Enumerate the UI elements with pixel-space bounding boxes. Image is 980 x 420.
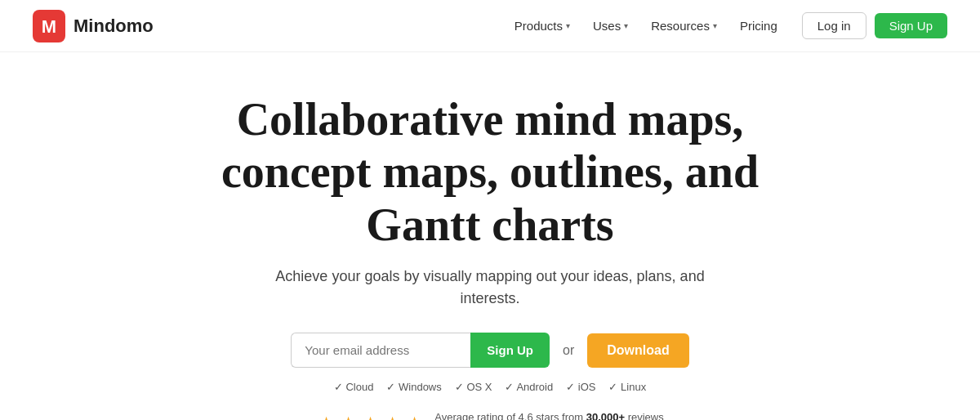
nav-item-pricing[interactable]: Pricing xyxy=(732,14,786,38)
logo-text: Mindomo xyxy=(74,16,154,37)
star-rating: ★ ★ ★ ★ ★ xyxy=(316,412,425,420)
nav-pricing-label: Pricing xyxy=(740,19,777,33)
platform-linux: Linux xyxy=(608,381,646,393)
download-button[interactable]: Download xyxy=(587,333,688,368)
email-input[interactable] xyxy=(291,333,470,368)
reviews-count: 30,000+ xyxy=(586,411,625,420)
hero-subtitle: Achieve your goals by visually mapping o… xyxy=(245,266,735,310)
platform-tags: Cloud Windows OS X Android iOS Linux xyxy=(334,381,646,393)
platform-cloud: Cloud xyxy=(334,381,374,393)
logo-icon: M xyxy=(33,10,65,42)
star-1: ★ xyxy=(316,412,336,420)
star-4: ★ xyxy=(382,412,403,420)
hero-title: Collaborative mind maps, concept maps, o… xyxy=(163,93,817,251)
nav-actions: Log in Sign Up xyxy=(802,12,947,39)
navbar: M Mindomo Products ▾ Uses ▾ Resources ▾ … xyxy=(0,0,980,52)
reviews-row: ★ ★ ★ ★ ★ Average rating of 4.6 stars fr… xyxy=(316,409,664,420)
nav-products-label: Products xyxy=(514,19,563,33)
nav-links: Products ▾ Uses ▾ Resources ▾ Pricing xyxy=(506,14,786,38)
nav-resources-label: Resources xyxy=(651,19,710,33)
signup-nav-button[interactable]: Sign Up xyxy=(875,13,947,38)
hero-section: Collaborative mind maps, concept maps, o… xyxy=(0,52,980,420)
chevron-down-icon: ▾ xyxy=(624,21,628,30)
or-separator: or xyxy=(563,343,574,358)
login-button[interactable]: Log in xyxy=(802,12,866,39)
nav-uses-label: Uses xyxy=(593,19,621,33)
nav-item-products[interactable]: Products ▾ xyxy=(506,14,578,38)
star-5: ★ xyxy=(404,412,425,420)
signup-cta-button[interactable]: Sign Up xyxy=(470,333,550,368)
reviews-text: Average rating of 4.6 stars from 30,000+… xyxy=(434,409,664,420)
star-2: ★ xyxy=(338,412,359,420)
platform-ios: iOS xyxy=(566,381,595,393)
platform-osx: OS X xyxy=(455,381,492,393)
platform-windows: Windows xyxy=(386,381,441,393)
svg-text:M: M xyxy=(42,16,56,36)
platform-android: Android xyxy=(505,381,553,393)
logo-link[interactable]: M Mindomo xyxy=(33,10,154,42)
nav-item-resources[interactable]: Resources ▾ xyxy=(643,14,725,38)
chevron-down-icon: ▾ xyxy=(713,21,717,30)
chevron-down-icon: ▾ xyxy=(566,21,570,30)
star-3: ★ xyxy=(360,412,381,420)
nav-item-uses[interactable]: Uses ▾ xyxy=(585,14,636,38)
cta-row: Sign Up or Download xyxy=(291,333,688,368)
email-signup-group: Sign Up xyxy=(291,333,550,368)
